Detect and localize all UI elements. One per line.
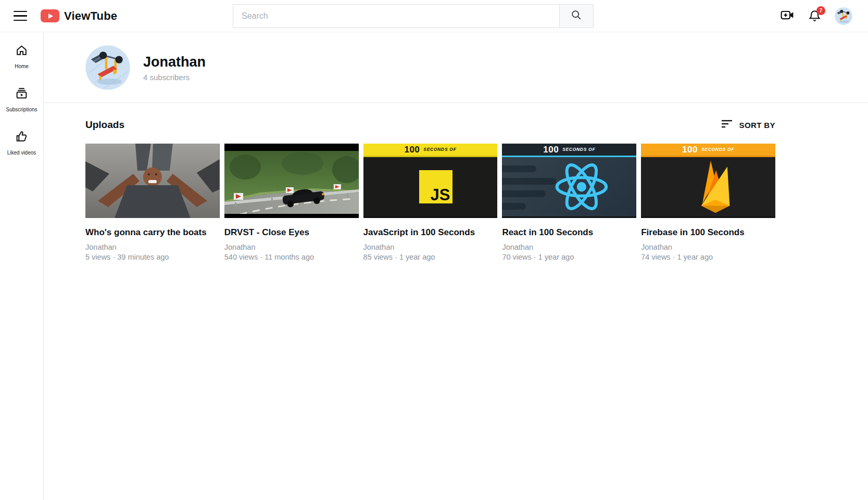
notifications-button[interactable]: 7: [808, 9, 821, 23]
sort-icon: [721, 119, 733, 131]
video-title[interactable]: DRVST - Close Eyes: [224, 227, 359, 238]
hundred-seconds-banner: 100 SECONDS OF: [502, 144, 636, 157]
video-meta: 85 views · 1 year ago: [363, 253, 498, 261]
home-icon: [15, 44, 28, 59]
video-thumbnail-javascript[interactable]: 100 SECONDS OF JS: [363, 144, 498, 218]
video-title[interactable]: JavaScript in 100 Seconds: [363, 227, 498, 238]
create-video-button[interactable]: [781, 9, 794, 23]
banner-seconds-of: SECONDS OF: [701, 147, 734, 152]
main-content: Jonathan 4 subscribers Uploads SORT BY: [44, 32, 868, 500]
play-logo-icon: [41, 9, 59, 22]
sidebar-item-subscriptions[interactable]: Subscriptions: [6, 87, 37, 112]
sidebar-item-liked-videos[interactable]: Liked videos: [7, 130, 36, 156]
banner-100: 100: [543, 145, 559, 154]
video-meta: 5 views · 39 minutes ago: [85, 253, 220, 261]
video-meta: 540 views · 11 months ago: [224, 253, 359, 261]
video-thumbnail-gym[interactable]: [85, 144, 220, 218]
video-card[interactable]: 100 SECONDS OF JS JavaScript in 100 Seco…: [363, 144, 498, 261]
video-grid: Who's gonna carry the boats Jonathan 5 v…: [44, 144, 868, 261]
app-logo[interactable]: ViewTube: [41, 9, 117, 23]
video-channel: Jonathan: [641, 243, 775, 251]
hundred-seconds-banner: 100 SECONDS OF: [641, 144, 775, 157]
sidebar-item-label: Subscriptions: [6, 107, 37, 112]
js-logo-text: JS: [431, 187, 450, 202]
search-input[interactable]: [233, 4, 560, 28]
sort-by-label: SORT BY: [739, 121, 775, 130]
video-meta: 74 views · 1 year ago: [641, 253, 775, 261]
top-app-bar: ViewTube: [0, 0, 868, 32]
video-thumbnail-react[interactable]: 100 SECONDS OF: [502, 144, 636, 218]
sidebar: Home Subscriptions Liked videos: [0, 32, 44, 500]
search-bar: [233, 4, 594, 28]
video-channel: Jonathan: [85, 243, 220, 251]
uploads-heading: Uploads: [85, 119, 124, 131]
video-meta: 70 views · 1 year ago: [502, 253, 636, 261]
js-logo: JS: [419, 170, 452, 203]
banner-100: 100: [682, 145, 698, 154]
app-title: ViewTube: [64, 9, 117, 23]
search-icon: [571, 9, 582, 23]
banner-seconds-of: SECONDS OF: [423, 147, 456, 152]
thumb-up-icon: [15, 130, 28, 145]
search-button[interactable]: [560, 4, 594, 28]
notification-badge: 7: [816, 6, 825, 15]
header-actions: 7: [781, 0, 852, 32]
sidebar-item-home[interactable]: Home: [15, 44, 29, 69]
sidebar-item-label: Liked videos: [7, 150, 36, 156]
channel-header: Jonathan 4 subscribers: [44, 32, 868, 103]
banner-seconds-of: SECONDS OF: [562, 147, 595, 152]
video-channel: Jonathan: [363, 243, 498, 251]
video-title[interactable]: Firebase in 100 Seconds: [641, 227, 775, 238]
hundred-seconds-banner: 100 SECONDS OF: [363, 144, 498, 157]
video-thumbnail-firebase[interactable]: 100 SECONDS OF: [641, 144, 775, 218]
sort-by-button[interactable]: SORT BY: [721, 119, 775, 131]
video-title[interactable]: Who's gonna carry the boats: [85, 227, 220, 238]
video-channel: Jonathan: [224, 243, 359, 251]
video-card[interactable]: DRVST - Close Eyes Jonathan 540 views · …: [224, 144, 359, 261]
video-plus-icon: [781, 8, 794, 24]
user-avatar[interactable]: [835, 7, 852, 25]
video-card[interactable]: 100 SECONDS OF Firebase in 100 Seconds J…: [641, 144, 775, 261]
video-channel: Jonathan: [502, 243, 636, 251]
sidebar-item-label: Home: [15, 63, 29, 69]
channel-avatar: [85, 45, 130, 90]
video-title[interactable]: React in 100 Seconds: [502, 227, 636, 238]
react-logo: [527, 157, 636, 216]
video-thumbnail-car[interactable]: [224, 144, 359, 218]
video-card[interactable]: 100 SECONDS OF: [502, 144, 636, 261]
firebase-logo: [655, 157, 775, 216]
menu-icon[interactable]: [14, 10, 29, 22]
channel-subscribers: 4 subscribers: [143, 73, 206, 82]
banner-100: 100: [404, 145, 420, 154]
channel-name: Jonathan: [143, 54, 206, 70]
video-card[interactable]: Who's gonna carry the boats Jonathan 5 v…: [85, 144, 220, 261]
subscriptions-icon: [15, 87, 28, 102]
